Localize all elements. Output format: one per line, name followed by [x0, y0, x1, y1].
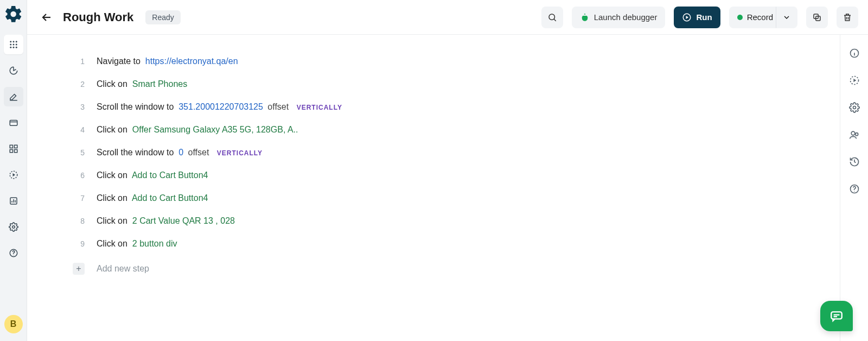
step-number: 7: [71, 194, 85, 203]
svg-rect-13: [14, 150, 17, 153]
topbar: Rough Work Ready Launch debugger Run Rec…: [27, 0, 868, 35]
sidebar-edit-icon[interactable]: [4, 87, 23, 106]
step-number: 5: [71, 148, 85, 157]
step-target: Smart Phones: [132, 79, 187, 89]
svg-rect-10: [10, 145, 12, 148]
step-row[interactable]: 8 Click on 2 Cart Value QAR 13 , 028: [71, 210, 818, 232]
step-text: Click on Smart Phones: [97, 79, 187, 89]
sidebar-reports-icon[interactable]: [4, 191, 23, 211]
step-row[interactable]: 9 Click on 2 button div: [71, 232, 818, 255]
page-title: Rough Work: [63, 10, 133, 24]
step-number: 4: [71, 125, 85, 134]
step-text: Navigate to https://electronyat.qa/en: [97, 56, 238, 66]
avatar[interactable]: B: [4, 315, 23, 333]
step-row[interactable]: 3 Scroll the window to 351.2000122070312…: [71, 96, 818, 118]
search-icon: [547, 12, 557, 22]
info-button[interactable]: [849, 48, 860, 59]
delete-button[interactable]: [837, 7, 858, 28]
gear-icon: [849, 102, 860, 113]
step-value: 351.20001220703125: [178, 102, 263, 111]
step-text: Click on Offer Samsung Galaxy A35 5G, 12…: [97, 125, 298, 135]
svg-point-2: [15, 41, 17, 42]
svg-marker-15: [12, 173, 15, 176]
svg-point-8: [15, 47, 17, 48]
chat-icon: [829, 309, 844, 323]
copy-icon: [812, 12, 822, 22]
sidebar-grid-icon[interactable]: [4, 139, 23, 159]
rail-settings-button[interactable]: [849, 102, 860, 113]
svg-point-17: [12, 226, 15, 229]
step-text: Click on 2 button div: [97, 239, 177, 249]
step-number: 9: [71, 239, 85, 248]
right-rail: [840, 35, 868, 341]
sidebar-settings-icon[interactable]: [4, 217, 23, 237]
status-badge: Ready: [145, 10, 180, 24]
svg-rect-12: [10, 150, 12, 153]
avatar-initial: B: [10, 319, 17, 329]
step-row[interactable]: 7 Click on Add to Cart Button4: [71, 187, 818, 210]
sidebar-activity-icon[interactable]: [4, 165, 23, 185]
svg-point-6: [10, 47, 11, 48]
step-target: 2 button div: [132, 239, 177, 248]
step-row[interactable]: 5 Scroll the window to 0 offset VERTICAL…: [71, 141, 818, 164]
svg-point-32: [854, 191, 854, 192]
svg-point-4: [12, 44, 14, 46]
steps-panel: 1 Navigate to https://electronyat.qa/en …: [27, 35, 840, 341]
record-button-group: Record: [729, 7, 797, 28]
trash-icon: [843, 12, 852, 22]
svg-point-0: [10, 41, 11, 42]
chat-widget-button[interactable]: [820, 301, 853, 331]
svg-rect-11: [14, 145, 17, 148]
back-button[interactable]: [40, 11, 53, 24]
svg-point-1: [12, 41, 14, 42]
history-icon: [849, 156, 860, 167]
run-label: Run: [696, 12, 712, 22]
sidebar-folder-icon[interactable]: [4, 113, 23, 132]
svg-point-28: [853, 106, 856, 109]
svg-point-3: [10, 44, 11, 46]
run-target-button[interactable]: [849, 75, 860, 86]
chevron-down-icon: [782, 13, 791, 22]
step-row[interactable]: 2 Click on Smart Phones: [71, 73, 818, 96]
svg-point-19: [13, 255, 14, 255]
record-label: Record: [747, 12, 773, 22]
step-number: 6: [71, 171, 85, 180]
record-dropdown-button[interactable]: [776, 7, 797, 28]
copy-button[interactable]: [806, 7, 828, 28]
add-step-row[interactable]: + Add new step: [71, 255, 818, 282]
sidebar-dashboard-icon[interactable]: [4, 61, 23, 80]
bug-icon: [580, 12, 590, 22]
step-text: Click on 2 Cart Value QAR 13 , 028: [97, 216, 235, 226]
search-button[interactable]: [541, 7, 563, 28]
launch-debugger-button[interactable]: Launch debugger: [572, 7, 666, 28]
step-text: Click on Add to Cart Button4: [97, 171, 208, 180]
svg-point-29: [851, 131, 855, 135]
step-number: 1: [71, 57, 85, 66]
svg-point-7: [12, 47, 14, 48]
step-row[interactable]: 1 Navigate to https://electronyat.qa/en: [71, 50, 818, 73]
sidebar-apps-icon[interactable]: [4, 35, 23, 54]
history-button[interactable]: [849, 156, 860, 167]
play-circle-icon: [682, 12, 692, 22]
step-number: 3: [71, 103, 85, 111]
step-target: Add to Cart Button4: [132, 171, 208, 180]
step-target: 2 Cart Value QAR 13 , 028: [132, 216, 235, 225]
rail-help-button[interactable]: [849, 184, 860, 194]
svg-point-5: [15, 44, 17, 46]
step-value: 0: [178, 148, 183, 157]
svg-marker-27: [853, 79, 856, 83]
sidebar-help-icon[interactable]: [4, 243, 23, 263]
step-row[interactable]: 4 Click on Offer Samsung Galaxy A35 5G, …: [71, 118, 818, 141]
record-button[interactable]: Record: [729, 7, 781, 28]
record-dot-icon: [737, 15, 743, 20]
step-url: https://electronyat.qa/en: [145, 56, 238, 66]
step-target: Add to Cart Button4: [132, 193, 208, 203]
left-sidebar: B: [0, 0, 27, 341]
run-button[interactable]: Run: [674, 7, 720, 28]
app-logo-icon: [4, 4, 23, 24]
step-text: Scroll the window to 351.20001220703125 …: [97, 102, 342, 112]
collaborators-button[interactable]: [849, 129, 860, 140]
step-row[interactable]: 6 Click on Add to Cart Button4: [71, 164, 818, 187]
step-number: 2: [71, 80, 85, 89]
svg-rect-9: [10, 121, 17, 126]
